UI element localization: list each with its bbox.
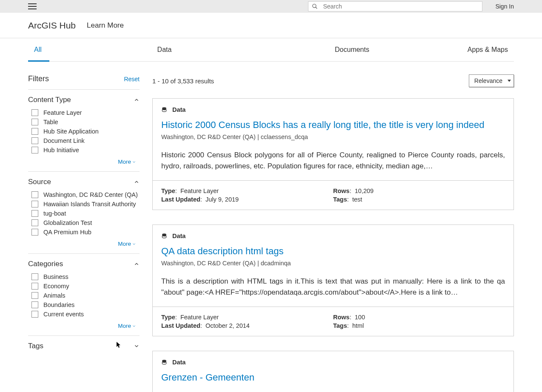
search-box[interactable] bbox=[308, 1, 482, 11]
filter-option-label: Economy bbox=[43, 283, 69, 290]
site-title: ArcGIS Hub bbox=[28, 20, 76, 31]
result-kind: Data bbox=[172, 106, 185, 113]
meta-label: Last Updated bbox=[161, 322, 200, 329]
data-icon bbox=[161, 233, 167, 239]
filter-option[interactable]: Globalization Test bbox=[31, 219, 140, 226]
data-icon bbox=[161, 359, 167, 365]
filter-section-source: Source Washington, DC R&D Center (QA) Ha… bbox=[28, 172, 140, 254]
tab-documents[interactable]: Documents bbox=[258, 38, 446, 61]
filter-option[interactable]: Animals bbox=[31, 292, 140, 299]
svg-point-0 bbox=[313, 4, 316, 8]
topbar: Sign In bbox=[0, 0, 542, 13]
filter-section-content-type: Content Type Feature Layer Table Hub Sit… bbox=[28, 90, 140, 172]
meta-value: October 2, 2014 bbox=[205, 322, 250, 329]
result-title[interactable]: Grenzen - Gemeenten bbox=[161, 372, 505, 383]
filter-option[interactable]: Document Link bbox=[31, 137, 140, 144]
filter-section-tags: Tags bbox=[28, 336, 140, 356]
filter-option-label: Animals bbox=[43, 292, 66, 299]
svg-line-1 bbox=[316, 7, 317, 9]
meta-label: Last Updated bbox=[161, 196, 200, 203]
meta-label: Rows bbox=[333, 187, 350, 194]
filter-option-label: Globalization Test bbox=[43, 219, 92, 226]
result-description: Historic 2000 Census Block polygons for … bbox=[161, 150, 505, 172]
meta-value: test bbox=[352, 196, 362, 203]
filter-title: Tags bbox=[28, 342, 43, 350]
sort-select[interactable]: Relevance bbox=[469, 74, 514, 87]
tab-apps-maps[interactable]: Apps & Maps bbox=[446, 38, 514, 61]
chevron-down-icon bbox=[132, 324, 136, 328]
chevron-up-icon bbox=[134, 97, 140, 103]
chevron-up-icon bbox=[134, 179, 140, 185]
filters-heading: Filters bbox=[28, 74, 49, 83]
filter-option[interactable]: Current events bbox=[31, 311, 140, 318]
meta-value: 100 bbox=[355, 314, 365, 321]
sort-value: Relevance bbox=[474, 77, 502, 84]
brand-bar: ArcGIS Hub Learn More bbox=[0, 13, 542, 38]
meta-value: July 9, 2019 bbox=[205, 196, 239, 203]
filter-option[interactable]: Hawaiian Islands Transit Authority bbox=[31, 201, 140, 207]
data-icon bbox=[161, 107, 167, 113]
filter-title: Categories bbox=[28, 260, 63, 268]
chevron-down-icon bbox=[132, 160, 136, 164]
filter-option[interactable]: QA Premium Hub bbox=[31, 229, 140, 236]
filter-title: Source bbox=[28, 178, 51, 186]
tab-all[interactable]: All bbox=[28, 38, 71, 61]
filter-option-label: Hub Initiative bbox=[43, 147, 79, 153]
filter-option[interactable]: Feature Layer bbox=[31, 109, 140, 116]
learn-more-link[interactable]: Learn More bbox=[87, 21, 124, 30]
filter-option-label: Washington, DC R&D Center (QA) bbox=[43, 191, 138, 198]
meta-value: 10,209 bbox=[355, 187, 374, 194]
meta-label: Type bbox=[161, 314, 175, 321]
meta-value: html bbox=[352, 322, 364, 329]
meta-value: Feature Layer bbox=[180, 314, 219, 321]
filter-option-label: Document Link bbox=[43, 137, 85, 144]
meta-value: Feature Layer bbox=[180, 187, 219, 194]
result-card: Data QA data description html tags Washi… bbox=[152, 224, 514, 336]
reset-filters[interactable]: Reset bbox=[124, 76, 140, 82]
filter-section-categories: Categories Business Economy Animals Boun… bbox=[28, 254, 140, 336]
content-tabs: All Data Documents Apps & Maps bbox=[28, 38, 514, 62]
filter-option-label: Hub Site Application bbox=[43, 128, 99, 135]
result-source: Washington, DC R&D Center (QA) | dcadmin… bbox=[161, 260, 505, 267]
result-title[interactable]: Historic 2000 Census Blocks has a really… bbox=[161, 119, 505, 131]
result-title[interactable]: QA data description html tags bbox=[161, 245, 505, 257]
result-description: This is a description with HTML tags in … bbox=[161, 276, 505, 298]
filter-header-categories[interactable]: Categories bbox=[28, 260, 140, 268]
chevron-down-icon bbox=[132, 242, 136, 246]
filter-option[interactable]: tug-boat bbox=[31, 210, 140, 217]
meta-label: Rows bbox=[333, 314, 350, 321]
filter-option-label: Current events bbox=[43, 311, 84, 318]
chevron-down-icon bbox=[134, 343, 140, 349]
result-kind: Data bbox=[172, 233, 185, 239]
more-link[interactable]: More bbox=[118, 241, 131, 247]
filter-option[interactable]: Boundaries bbox=[31, 301, 140, 308]
signin-link[interactable]: Sign In bbox=[495, 3, 514, 10]
filter-option[interactable]: Table bbox=[31, 119, 140, 125]
filter-option[interactable]: Business bbox=[31, 273, 140, 280]
search-input[interactable] bbox=[323, 3, 479, 10]
result-card: Data Historic 2000 Census Blocks has a r… bbox=[152, 98, 514, 210]
filter-option[interactable]: Hub Site Application bbox=[31, 128, 140, 135]
filter-option-label: Business bbox=[43, 273, 68, 280]
chevron-up-icon bbox=[134, 261, 140, 267]
result-card: Data Grenzen - Gemeenten bbox=[152, 351, 514, 392]
more-link[interactable]: More bbox=[118, 159, 131, 165]
filter-header-tags[interactable]: Tags bbox=[28, 342, 140, 350]
search-icon bbox=[312, 3, 318, 9]
meta-label: Tags bbox=[333, 196, 347, 203]
hamburger-menu[interactable] bbox=[28, 3, 37, 9]
result-source: Washington, DC R&D Center (QA) | cclaess… bbox=[161, 134, 505, 140]
filter-option-label: Boundaries bbox=[43, 301, 74, 308]
filter-option[interactable]: Washington, DC R&D Center (QA) bbox=[31, 191, 140, 198]
meta-label: Type bbox=[161, 187, 175, 194]
filter-title: Content Type bbox=[28, 96, 71, 104]
more-link[interactable]: More bbox=[118, 323, 131, 329]
filter-option[interactable]: Hub Initiative bbox=[31, 147, 140, 153]
filter-option[interactable]: Economy bbox=[31, 283, 140, 290]
meta-label: Tags bbox=[333, 322, 347, 329]
tab-data[interactable]: Data bbox=[71, 38, 258, 61]
filter-header-content-type[interactable]: Content Type bbox=[28, 96, 140, 104]
result-kind: Data bbox=[172, 359, 185, 366]
filters-sidebar: Filters Reset Content Type Feature Layer… bbox=[28, 74, 140, 392]
filter-header-source[interactable]: Source bbox=[28, 178, 140, 186]
